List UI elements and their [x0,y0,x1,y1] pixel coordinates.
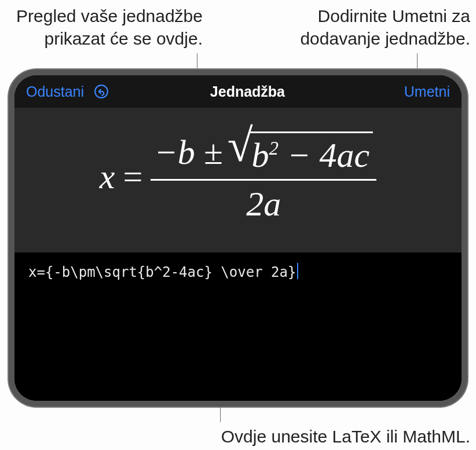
latex-input-value: x={-b\pm\sqrt{b^2-4ac} \over 2a} [28,264,296,280]
text-caret [297,263,298,279]
equation-preview: x = −b ± √ b2 − 4ac 2a [14,108,462,253]
dialog-title: Jednadžba [100,83,395,100]
eq-numerator: −b ± √ b2 − 4ac [151,129,376,179]
dialog-header: Odustani Jednadžba Umetni [14,75,462,108]
callout-preview: Pregled vaše jednadžbe prikazat će se ov… [0,5,203,50]
eq-num-prefix: −b ± [154,133,222,173]
eq-fraction: −b ± √ b2 − 4ac 2a [151,129,376,224]
callout-insert: Dodirnite Umetni za dodavanje jednadžbe. [250,5,470,50]
rendered-equation: x = −b ± √ b2 − 4ac 2a [100,129,376,224]
eq-radicand: b2 − 4ac [248,131,374,175]
device-frame: Odustani Jednadžba Umetni x = −b ± √ [9,69,467,407]
latex-input[interactable]: x={-b\pm\sqrt{b^2-4ac} \over 2a} [14,253,462,401]
insert-button[interactable]: Umetni [404,83,450,100]
eq-lhs: x [100,157,115,197]
eq-root: √ b2 − 4ac [228,129,374,175]
eq-sign: = [123,157,142,197]
cancel-button[interactable]: Odustani [26,83,84,100]
eq-denominator: 2a [243,181,284,224]
callout-input: Ovdje unesite LaTeX ili MathML. [198,425,470,448]
equation-dialog: Odustani Jednadžba Umetni x = −b ± √ [14,75,462,401]
